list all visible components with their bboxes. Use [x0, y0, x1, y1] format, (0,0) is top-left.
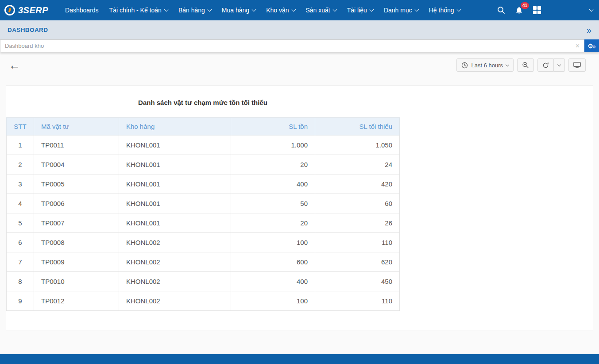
nav-item[interactable]: Kho vận — [261, 0, 300, 20]
table-cell: 110 — [315, 233, 400, 252]
chevron-down-icon — [207, 7, 212, 12]
table-header-row: STTMã vật tưKho hàngSL tồnSL tối thiểu — [7, 118, 400, 136]
table-cell: 1.050 — [315, 136, 400, 155]
monitor-icon — [573, 62, 581, 69]
table-cell: KHONL001 — [119, 174, 231, 194]
nav-item[interactable]: Bán hàng — [173, 0, 216, 20]
table-row: 6TP0008KHONL002100110 — [7, 233, 400, 252]
search-icon[interactable] — [497, 6, 505, 14]
settings-button[interactable]: ⚙ ⚙ — [584, 39, 599, 52]
tv-mode-button[interactable] — [568, 58, 586, 72]
chevron-down-icon — [557, 62, 561, 66]
refresh-icon — [542, 62, 549, 69]
table-wrap: STTMã vật tưKho hàngSL tồnSL tối thiểu 1… — [6, 117, 593, 311]
table-cell: TP0009 — [34, 252, 119, 272]
table-row: 5TP0007KHONL0012026 — [7, 213, 400, 233]
logo-icon — [4, 5, 15, 15]
table-cell: KHONL001 — [119, 194, 231, 213]
nav-item-label: Hệ thống — [429, 7, 454, 14]
nav-item[interactable]: Dashboards — [60, 0, 104, 20]
nav-item-label: Tài liệu — [347, 7, 367, 14]
dashboard-content: ← Last 6 hours — [0, 52, 599, 354]
chevron-down-icon — [164, 7, 168, 12]
nav-menu: DashboardsTài chính - Kế toánBán hàngMua… — [60, 0, 465, 20]
nav-item[interactable]: Tài chính - Kế toán — [104, 0, 173, 20]
table-cell: 8 — [7, 272, 34, 291]
user-menu-chevron-icon[interactable] — [590, 9, 593, 11]
refresh-button[interactable] — [537, 58, 554, 72]
table-cell: 5 — [7, 213, 34, 233]
collapse-double-chevron-icon[interactable]: » — [587, 26, 591, 35]
nav-item-label: Mua hàng — [222, 7, 249, 14]
clock-icon — [461, 62, 468, 69]
table-cell: 9 — [7, 291, 34, 311]
table-row: 1TP0011KHONL0011.0001.050 — [7, 136, 400, 155]
chevron-down-icon — [456, 7, 461, 12]
breadcrumb-bar: DASHBOARD » — [0, 20, 599, 39]
nav-item[interactable]: Danh mục — [379, 0, 424, 20]
nav-item-label: Dashboards — [65, 7, 99, 14]
table-row: 2TP0004KHONL0012024 — [7, 155, 400, 174]
table-cell: KHONL001 — [119, 213, 231, 233]
table-body: 1TP0011KHONL0011.0001.0502TP0004KHONL001… — [7, 136, 400, 311]
nav-item[interactable]: Sản xuất — [301, 0, 342, 20]
apps-grid-icon[interactable] — [533, 6, 541, 14]
table-cell: 600 — [231, 252, 315, 272]
chevron-down-icon — [414, 7, 419, 12]
brand-logo[interactable]: 3SERP — [4, 5, 48, 15]
table-row: 9TP0012KHONL002100110 — [7, 291, 400, 311]
table-cell: 3 — [7, 174, 34, 194]
column-header: STT — [7, 118, 34, 136]
nav-item[interactable]: Hệ thống — [424, 0, 466, 20]
clear-search-icon[interactable]: × — [576, 43, 580, 50]
table-cell: 100 — [231, 233, 315, 252]
table-cell: KHONL002 — [119, 233, 231, 252]
table-cell: KHONL002 — [119, 252, 231, 272]
table-cell: TP0008 — [34, 233, 119, 252]
chevron-down-icon — [291, 7, 296, 12]
table-cell: TP0010 — [34, 272, 119, 291]
refresh-button-group — [537, 58, 565, 72]
table-cell: 50 — [231, 194, 315, 213]
dashboard-search-input[interactable] — [0, 39, 584, 52]
nav-item[interactable]: Mua hàng — [216, 0, 261, 20]
time-range-picker[interactable]: Last 6 hours — [456, 58, 514, 72]
table-cell: 20 — [231, 213, 315, 233]
table-row: 3TP0005KHONL001400420 — [7, 174, 400, 194]
notifications-bell-icon[interactable]: 41 — [515, 6, 523, 15]
nav-item-label: Bán hàng — [178, 7, 205, 14]
table-row: 8TP0010KHONL002400450 — [7, 272, 400, 291]
nav-item-label: Kho vận — [266, 7, 289, 14]
nav-right: 41 — [497, 6, 595, 15]
nav-item[interactable]: Tài liệu — [342, 0, 379, 20]
chevron-down-icon — [369, 7, 374, 12]
table-row: 7TP0009KHONL002600620 — [7, 252, 400, 272]
table-cell: TP0012 — [34, 291, 119, 311]
inventory-table: STTMã vật tưKho hàngSL tồnSL tối thiểu 1… — [6, 117, 400, 311]
column-header: SL tối thiểu — [315, 118, 400, 136]
panel-card: Danh sách vật tư chạm mức tồn tối thiểu … — [6, 85, 593, 330]
table-cell: 450 — [315, 272, 400, 291]
zoom-out-button[interactable] — [517, 58, 534, 72]
nav-item-label: Sản xuất — [306, 7, 330, 14]
back-arrow-icon[interactable]: ← — [9, 59, 20, 71]
column-header: Mã vật tư — [34, 118, 119, 136]
breadcrumb: DASHBOARD — [8, 27, 48, 33]
table-cell: TP0007 — [34, 213, 119, 233]
table-cell: 1.000 — [231, 136, 315, 155]
table-cell: 4 — [7, 194, 34, 213]
table-cell: 1 — [7, 136, 34, 155]
brand-name: 3SERP — [18, 5, 48, 15]
top-navbar: 3SERP DashboardsTài chính - Kế toánBán h… — [0, 0, 599, 20]
table-cell: 26 — [315, 213, 400, 233]
dashboard-search-row: × ⚙ ⚙ — [0, 39, 599, 52]
table-cell: TP0005 — [34, 174, 119, 194]
table-cell: KHONL002 — [119, 272, 231, 291]
table-cell: 2 — [7, 155, 34, 174]
refresh-interval-dropdown[interactable] — [554, 58, 565, 72]
column-header: Kho hàng — [119, 118, 231, 136]
table-cell: 7 — [7, 252, 34, 272]
chevron-down-icon — [252, 7, 256, 12]
table-cell: KHONL002 — [119, 291, 231, 311]
column-header: SL tồn — [231, 118, 315, 136]
